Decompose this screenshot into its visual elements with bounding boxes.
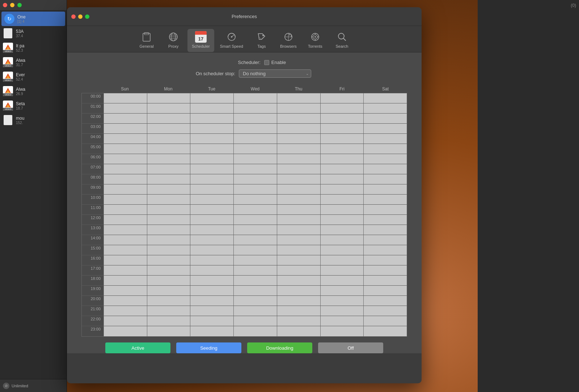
- schedule-cell[interactable]: [190, 306, 233, 316]
- schedule-cell[interactable]: [363, 215, 407, 225]
- schedule-cell[interactable]: [190, 144, 233, 154]
- schedule-cell[interactable]: [277, 154, 320, 164]
- schedule-cell[interactable]: [147, 184, 190, 195]
- schedule-cell[interactable]: [233, 245, 277, 255]
- schedule-cell[interactable]: [320, 306, 364, 316]
- list-item[interactable]: VIDEO It pa 52.3: [0, 41, 67, 55]
- schedule-cell[interactable]: [277, 296, 320, 306]
- legend-off-button[interactable]: Off: [318, 342, 383, 353]
- schedule-cell[interactable]: [233, 205, 277, 215]
- schedule-cell[interactable]: [320, 265, 364, 276]
- schedule-cell[interactable]: [190, 195, 233, 205]
- schedule-cell[interactable]: [190, 215, 233, 225]
- traffic-light-green[interactable]: [17, 3, 22, 7]
- list-item[interactable]: mou 152.: [0, 113, 67, 127]
- schedule-cell[interactable]: [320, 286, 364, 296]
- schedule-cell[interactable]: [190, 184, 233, 195]
- schedule-cell[interactable]: [147, 93, 190, 103]
- schedule-cell[interactable]: [103, 235, 147, 245]
- schedule-cell[interactable]: [363, 205, 407, 215]
- schedule-cell[interactable]: [233, 174, 277, 184]
- toolbar-item-tags[interactable]: Tags: [249, 29, 274, 52]
- schedule-cell[interactable]: [320, 134, 364, 144]
- schedule-cell[interactable]: [190, 326, 233, 336]
- schedule-cell[interactable]: [277, 195, 320, 205]
- toolbar-item-general[interactable]: General: [134, 29, 159, 52]
- schedule-cell[interactable]: [190, 316, 233, 326]
- schedule-cell[interactable]: [233, 134, 277, 144]
- schedule-cell[interactable]: [363, 93, 407, 103]
- schedule-cell[interactable]: [363, 225, 407, 235]
- schedule-cell[interactable]: [320, 103, 364, 114]
- schedule-cell[interactable]: [363, 164, 407, 174]
- enable-checkbox[interactable]: [264, 60, 269, 65]
- schedule-cell[interactable]: [363, 245, 407, 255]
- schedule-cell[interactable]: [233, 306, 277, 316]
- schedule-cell[interactable]: [147, 265, 190, 276]
- schedule-cell[interactable]: [363, 124, 407, 134]
- schedule-cell[interactable]: [190, 114, 233, 124]
- schedule-cell[interactable]: [320, 316, 364, 326]
- schedule-cell[interactable]: [147, 154, 190, 164]
- schedule-cell[interactable]: [103, 245, 147, 255]
- schedule-cell[interactable]: [277, 306, 320, 316]
- schedule-cell[interactable]: [233, 225, 277, 235]
- schedule-cell[interactable]: [277, 164, 320, 174]
- toolbar-item-smart-speed[interactable]: Smart Speed: [216, 29, 248, 52]
- schedule-cell[interactable]: [320, 205, 364, 215]
- schedule-cell[interactable]: [103, 225, 147, 235]
- window-minimize-button[interactable]: [78, 14, 83, 19]
- schedule-cell[interactable]: [147, 164, 190, 174]
- schedule-cell[interactable]: [320, 154, 364, 164]
- schedule-cell[interactable]: [320, 245, 364, 255]
- schedule-cell[interactable]: [190, 245, 233, 255]
- schedule-cell[interactable]: [233, 255, 277, 265]
- schedule-cell[interactable]: [320, 255, 364, 265]
- schedule-cell[interactable]: [320, 235, 364, 245]
- schedule-cell[interactable]: [320, 144, 364, 154]
- schedule-cell[interactable]: [147, 286, 190, 296]
- schedule-cell[interactable]: [103, 255, 147, 265]
- schedule-cell[interactable]: [233, 93, 277, 103]
- schedule-cell[interactable]: [363, 286, 407, 296]
- schedule-cell[interactable]: [277, 276, 320, 286]
- schedule-cell[interactable]: [233, 164, 277, 174]
- schedule-cell[interactable]: [103, 205, 147, 215]
- schedule-cell[interactable]: [103, 124, 147, 134]
- schedule-cell[interactable]: [320, 114, 364, 124]
- schedule-cell[interactable]: [147, 114, 190, 124]
- schedule-cell[interactable]: [190, 296, 233, 306]
- schedule-cell[interactable]: [363, 296, 407, 306]
- toolbar-item-torrents[interactable]: Torrents: [303, 29, 328, 52]
- schedule-cell[interactable]: [363, 195, 407, 205]
- schedule-cell[interactable]: [277, 184, 320, 195]
- schedule-cell[interactable]: [233, 276, 277, 286]
- schedule-cell[interactable]: [363, 134, 407, 144]
- schedule-cell[interactable]: [147, 235, 190, 245]
- schedule-cell[interactable]: [147, 215, 190, 225]
- schedule-cell[interactable]: [233, 235, 277, 245]
- schedule-cell[interactable]: [147, 124, 190, 134]
- window-close-button[interactable]: [71, 14, 76, 19]
- schedule-cell[interactable]: [103, 174, 147, 184]
- schedule-cell[interactable]: [147, 316, 190, 326]
- schedule-cell[interactable]: [103, 134, 147, 144]
- schedule-cell[interactable]: [363, 184, 407, 195]
- schedule-cell[interactable]: [320, 124, 364, 134]
- list-item[interactable]: VIDEO Alwa 26.9: [0, 84, 67, 98]
- schedule-cell[interactable]: [190, 134, 233, 144]
- legend-downloading-button[interactable]: Downloading: [247, 342, 312, 353]
- schedule-cell[interactable]: [147, 205, 190, 215]
- schedule-cell[interactable]: [103, 195, 147, 205]
- schedule-cell[interactable]: [277, 103, 320, 114]
- schedule-cell[interactable]: [277, 114, 320, 124]
- schedule-cell[interactable]: [363, 235, 407, 245]
- schedule-cell[interactable]: [277, 215, 320, 225]
- schedule-cell[interactable]: [147, 306, 190, 316]
- schedule-cell[interactable]: [233, 124, 277, 134]
- schedule-cell[interactable]: [363, 255, 407, 265]
- schedule-cell[interactable]: [363, 265, 407, 276]
- schedule-cell[interactable]: [277, 265, 320, 276]
- schedule-cell[interactable]: [147, 144, 190, 154]
- list-item[interactable]: ↻ One [1] 4: [1, 12, 65, 26]
